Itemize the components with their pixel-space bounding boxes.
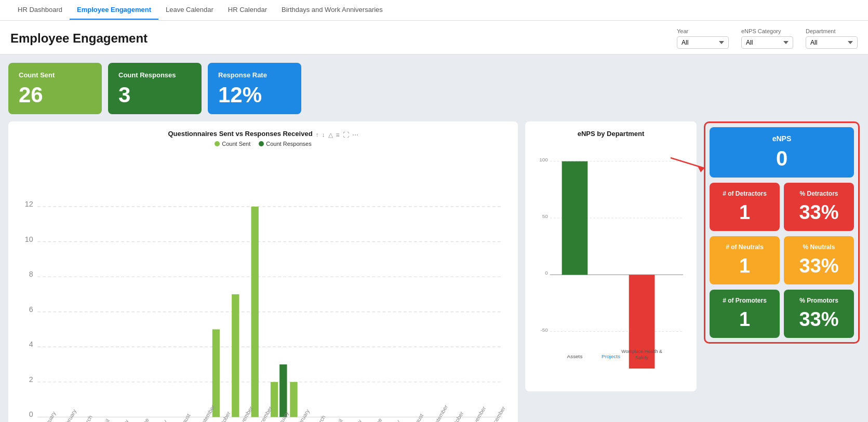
svg-rect-56 <box>562 161 588 275</box>
count-sent-value: 26 <box>19 84 91 106</box>
enps-card: eNPS 0 <box>710 127 854 178</box>
table-icon[interactable]: ≡ <box>336 131 340 139</box>
detractors-pct-card: % Detractors 33% <box>784 183 854 231</box>
svg-rect-16 <box>251 207 258 417</box>
svg-text:2: 2 <box>29 375 33 384</box>
year-filter-label: Year <box>677 28 729 34</box>
summary-cards-row: Count Sent 26 Count Responses 3 Response… <box>8 63 860 114</box>
svg-text:Assets: Assets <box>567 353 583 359</box>
svg-text:January: January <box>42 410 57 422</box>
filters-row: Year All eNPS Category All Department Al… <box>677 28 858 49</box>
filter-icon[interactable]: △ <box>328 131 333 139</box>
svg-text:July: July <box>391 418 402 422</box>
enps-card-label: eNPS <box>718 134 846 143</box>
nav-item-employee-engagement[interactable]: Employee Engagement <box>70 1 158 20</box>
legend-dot-responses <box>259 141 264 146</box>
svg-text:April: April <box>333 418 344 422</box>
expand-icon[interactable]: ⛶ <box>343 131 349 139</box>
svg-text:April: April <box>100 418 111 422</box>
detractors-count-value: 1 <box>718 201 771 224</box>
legend-label-sent: Count Sent <box>222 141 250 147</box>
dashboard: Count Sent 26 Count Responses 3 Response… <box>0 55 868 422</box>
questionnaires-chart-panel: Questionnaires Sent vs Responses Receive… <box>8 121 518 422</box>
page-header: Employee Engagement Year All eNPS Catego… <box>0 21 868 55</box>
count-responses-value: 3 <box>118 84 191 106</box>
svg-text:May: May <box>352 418 363 422</box>
sort-asc-icon[interactable]: ↑ <box>316 131 319 139</box>
department-filter-select[interactable]: All <box>806 36 858 49</box>
svg-text:February: February <box>61 408 77 422</box>
neutrals-count-value: 1 <box>718 255 771 277</box>
more-icon[interactable]: ⋯ <box>352 131 358 139</box>
svg-rect-14 <box>212 329 220 417</box>
promoters-pct-value: 33% <box>792 308 846 331</box>
main-content-row: Questionnaires Sent vs Responses Receive… <box>8 121 860 422</box>
svg-text:December: December <box>488 405 506 422</box>
svg-text:November: November <box>469 405 487 422</box>
svg-rect-15 <box>232 294 239 417</box>
nav-item-hr-calendar[interactable]: HR Calendar <box>221 1 274 20</box>
svg-text:4: 4 <box>29 340 33 348</box>
response-rate-card: Response Rate 12% <box>208 63 301 114</box>
count-responses-card: Count Responses 3 <box>108 63 202 114</box>
svg-text:March: March <box>313 414 326 422</box>
detractors-count-card: # of Detractors 1 <box>710 183 780 231</box>
year-filter-select[interactable]: All <box>677 36 729 49</box>
svg-text:Safety: Safety <box>635 355 649 360</box>
enps-dept-title: eNPS by Department <box>533 130 688 138</box>
svg-text:May: May <box>119 418 130 422</box>
nav-item-hr-dashboard[interactable]: HR Dashboard <box>10 1 70 20</box>
response-rate-value: 12% <box>218 84 291 106</box>
neutrals-row: # of Neutrals 1 % Neutrals 33% <box>710 236 854 284</box>
svg-text:October: October <box>449 410 465 422</box>
svg-text:July: July <box>158 418 168 422</box>
promoters-row: # of Promoters 1 % Promotors 33% <box>710 290 854 338</box>
department-filter-label: Department <box>806 28 858 34</box>
svg-text:September: September <box>430 404 449 422</box>
promoters-pct-label: % Promotors <box>792 297 846 304</box>
questionnaires-bar-chart-svg: 0 2 4 6 8 10 12 <box>17 152 510 422</box>
svg-rect-57 <box>629 275 655 369</box>
questionnaires-chart-title: Questionnaires Sent vs Responses Receive… <box>168 130 312 138</box>
neutrals-count-card: # of Neutrals 1 <box>710 236 780 284</box>
count-sent-card: Count Sent 26 <box>8 63 102 114</box>
sort-desc-icon[interactable]: ↓ <box>322 131 325 139</box>
enps-dept-chart-panel: eNPS by Department 100 50 0 -50 <box>525 121 697 391</box>
svg-text:June: June <box>371 417 383 422</box>
legend-count-sent: Count Sent <box>215 141 250 147</box>
svg-rect-18 <box>279 364 287 417</box>
neutrals-pct-label: % Neutrals <box>792 243 846 251</box>
nav-item-birthdays[interactable]: Birthdays and Work Anniversaries <box>274 1 390 20</box>
legend-dot-sent <box>215 141 220 146</box>
nav-item-leave-calendar[interactable]: Leave Calendar <box>158 1 221 20</box>
detractors-count-label: # of Detractors <box>718 190 771 197</box>
svg-text:6: 6 <box>29 305 33 314</box>
promoters-pct-card: % Promotors 33% <box>784 290 854 338</box>
enps-category-select[interactable]: All <box>741 36 793 49</box>
svg-text:0: 0 <box>29 410 33 418</box>
svg-text:50: 50 <box>542 213 549 219</box>
svg-text:10: 10 <box>25 235 33 243</box>
count-sent-label: Count Sent <box>19 71 91 79</box>
svg-rect-19 <box>290 382 297 417</box>
page-title: Employee Engagement <box>10 31 148 46</box>
svg-text:-50: -50 <box>540 327 548 333</box>
enps-dept-bar-chart-svg: 100 50 0 -50 Assets Projects Workplace H… <box>533 142 688 369</box>
promoters-count-card: # of Promoters 1 <box>710 290 780 338</box>
svg-text:12: 12 <box>25 200 33 208</box>
svg-text:100: 100 <box>539 157 548 162</box>
svg-text:Workplace Health &: Workplace Health & <box>621 349 662 354</box>
detractors-pct-label: % Detractors <box>792 190 846 197</box>
response-rate-label: Response Rate <box>218 71 291 79</box>
svg-text:8: 8 <box>29 270 33 278</box>
svg-text:March: March <box>81 414 94 422</box>
chart-toolbar: Questionnaires Sent vs Responses Receive… <box>17 130 510 140</box>
svg-text:June: June <box>139 417 150 422</box>
department-filter-group: Department All <box>806 28 858 49</box>
enps-card-value: 0 <box>718 147 846 170</box>
neutrals-pct-card: % Neutrals 33% <box>784 236 854 284</box>
year-filter-group: Year All <box>677 28 729 49</box>
legend-label-responses: Count Responses <box>266 141 311 147</box>
chart-legend: Count Sent Count Responses <box>17 141 510 147</box>
svg-text:Projects: Projects <box>602 353 620 359</box>
